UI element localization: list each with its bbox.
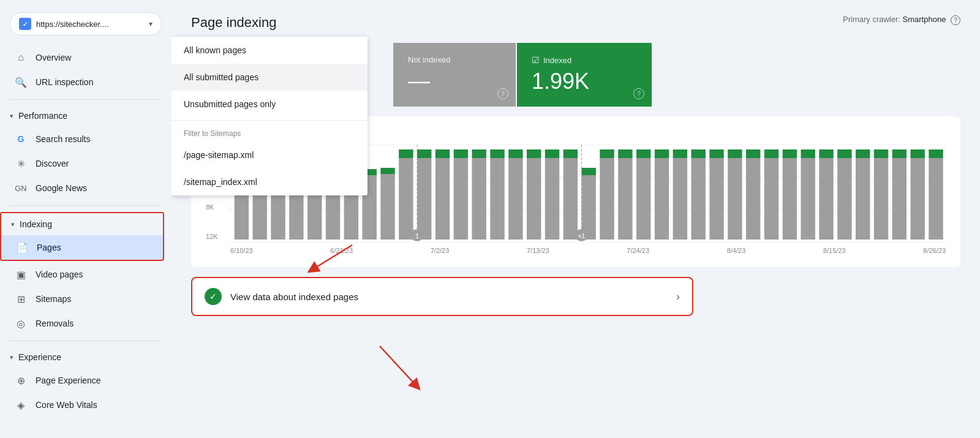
svg-rect-74 (874, 158, 888, 240)
svg-rect-64 (783, 158, 797, 240)
svg-rect-69 (819, 149, 833, 158)
svg-rect-26 (435, 158, 450, 240)
svg-rect-34 (508, 158, 522, 240)
sidebar-item-google-news[interactable]: GN Google News (0, 176, 162, 200)
sidebar-item-removals[interactable]: ◎ Removals (0, 311, 162, 336)
google-icon: G (15, 133, 27, 145)
view-data-indexed-box[interactable]: ✓ View data about indexed pages › (191, 277, 693, 316)
divider-3 (10, 341, 162, 341)
svg-rect-43 (581, 168, 595, 175)
sidebar-item-page-experience[interactable]: ⊕ Page Experience (0, 368, 162, 393)
x-label-7: 8/26/23 (923, 247, 946, 254)
main-content: Page indexing Primary crawler: Smartphon… (172, 0, 980, 438)
x-label-0: 6/10/23 (230, 247, 253, 254)
dropdown-item-all-submitted[interactable]: All submitted pages (172, 64, 368, 91)
chart-x-labels: 6/10/23 6/21/23 7/2/23 7/13/23 7/24/23 8… (206, 244, 946, 254)
svg-rect-73 (856, 149, 870, 158)
dropdown-sitemap-2[interactable]: /sitemap_index.xml (172, 168, 368, 195)
svg-rect-75 (874, 149, 888, 158)
search-results-label: Search results (36, 134, 90, 144)
info-icon[interactable]: ? (951, 15, 960, 25)
core-web-vitals-label: Core Web Vitals (36, 400, 97, 410)
svg-rect-29 (454, 149, 468, 158)
site-selector[interactable]: ✓ https://sitechecker.... ▾ (10, 12, 162, 36)
sidebar-item-sitemaps[interactable]: ⊞ Sitemaps (0, 287, 162, 311)
svg-rect-81 (929, 149, 943, 158)
sidebar-item-video-pages[interactable]: ▣ Video pages (0, 262, 162, 287)
not-indexed-value: — (408, 68, 501, 94)
y-label-12k: 12K (206, 233, 218, 240)
arrow-bottom-svg (368, 343, 429, 392)
page-experience-label: Page Experience (36, 376, 101, 385)
primary-crawler: Primary crawler: Smartphone ? (843, 15, 960, 25)
google-news-label: Google News (36, 183, 87, 193)
sidebar-item-url-inspection[interactable]: 🔍 URL inspection (0, 70, 162, 94)
performance-section-header[interactable]: ▾ Performance (0, 105, 172, 127)
indexed-info-icon[interactable]: ? (633, 88, 644, 99)
svg-rect-23 (399, 149, 413, 158)
svg-rect-32 (490, 158, 504, 240)
not-indexed-info-icon[interactable]: ? (497, 88, 508, 99)
experience-section-header[interactable]: ▾ Experience (0, 346, 172, 368)
svg-rect-20 (380, 174, 394, 240)
site-icon: ✓ (19, 18, 31, 30)
sidebar: ✓ https://sitechecker.... ▾ ⌂ Overview 🔍… (0, 0, 172, 438)
svg-rect-37 (527, 149, 541, 158)
discover-icon: ✳ (15, 157, 27, 170)
svg-rect-68 (819, 158, 833, 240)
x-label-3: 7/13/23 (527, 247, 549, 254)
indexed-value: 1.99K (532, 69, 637, 94)
svg-rect-56 (709, 158, 723, 240)
svg-rect-40 (564, 158, 578, 240)
sidebar-item-pages[interactable]: 📄 Pages (1, 235, 163, 260)
removals-label: Removals (36, 319, 74, 328)
chevron-down-icon: ▾ (11, 221, 15, 228)
divider-2 (10, 205, 162, 206)
sidebar-item-search-results[interactable]: G Search results (0, 127, 162, 151)
primary-crawler-value: Smartphone (903, 15, 946, 24)
overview-label: Overview (36, 53, 71, 62)
page-exp-icon: ⊕ (15, 374, 27, 387)
svg-rect-62 (764, 158, 778, 240)
dropdown-divider (172, 120, 368, 121)
not-indexed-card: Not indexed — ? (393, 43, 516, 107)
sitemaps-icon: ⊞ (15, 293, 27, 305)
not-indexed-label: Not indexed (408, 55, 501, 64)
chevron-down-icon: ▾ (10, 353, 13, 361)
svg-rect-79 (910, 149, 924, 158)
indexed-label: ☑ Indexed (532, 55, 637, 65)
svg-rect-63 (764, 149, 778, 158)
video-pages-label: Video pages (36, 270, 83, 279)
dropdown-sitemap-1[interactable]: /page-sitemap.xml (172, 142, 368, 168)
dropdown-item-unsubmitted[interactable]: Unsubmitted pages only (172, 91, 368, 118)
svg-rect-80 (929, 158, 943, 240)
svg-rect-60 (746, 158, 760, 240)
svg-rect-24 (417, 158, 431, 240)
svg-rect-25 (417, 149, 431, 158)
sidebar-item-discover[interactable]: ✳ Discover (0, 151, 162, 176)
indexing-section-header[interactable]: ▾ Indexing (1, 213, 163, 235)
svg-rect-66 (801, 158, 815, 240)
svg-rect-31 (472, 149, 486, 158)
indexing-label: Indexing (20, 219, 52, 229)
svg-rect-30 (472, 158, 486, 240)
svg-rect-72 (856, 158, 870, 240)
svg-rect-59 (728, 149, 742, 158)
stats-row: Not indexed — ? ☑ Indexed 1.99K ? (393, 43, 960, 107)
svg-rect-71 (837, 149, 851, 158)
svg-rect-22 (399, 158, 413, 240)
removals-icon: ◎ (15, 317, 27, 330)
sidebar-item-overview[interactable]: ⌂ Overview (0, 45, 162, 70)
svg-rect-35 (508, 149, 522, 158)
svg-rect-78 (910, 158, 924, 240)
dropdown-item-all-known[interactable]: All known pages (172, 37, 368, 64)
sidebar-item-core-web-vitals[interactable]: ◈ Core Web Vitals (0, 393, 162, 417)
svg-rect-47 (618, 149, 632, 158)
x-label-2: 7/2/23 (431, 247, 450, 254)
svg-rect-77 (892, 149, 907, 158)
sitemaps-label: Sitemaps (36, 294, 71, 304)
x-label-6: 8/15/23 (823, 247, 846, 254)
view-data-check-icon: ✓ (205, 288, 222, 305)
svg-rect-70 (837, 158, 851, 240)
svg-rect-38 (545, 158, 559, 240)
